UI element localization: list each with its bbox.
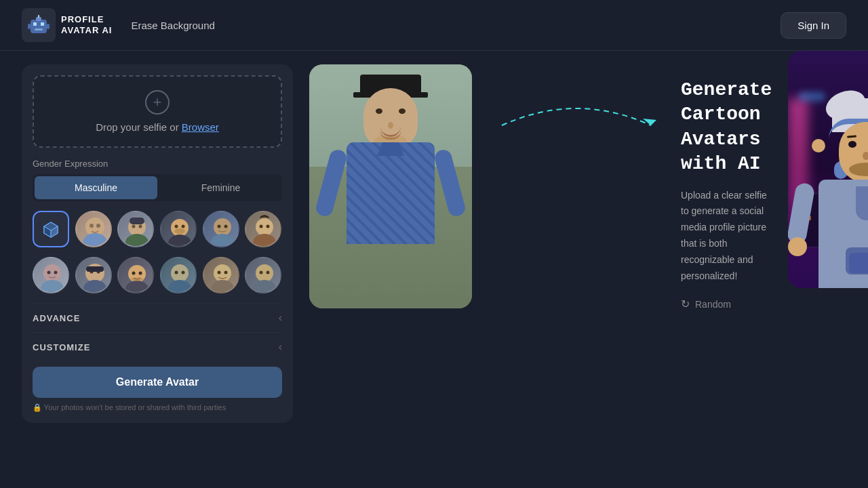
gender-label: Gender Expression (33, 159, 282, 169)
avatar-face-3[interactable] (160, 211, 197, 247)
gender-toggle: Masculine Feminine (33, 174, 282, 201)
customize-label: CUSTOMIZE (33, 342, 90, 352)
svg-point-52 (214, 264, 231, 282)
avatar-face-11[interactable] (245, 257, 281, 293)
hero-title: Generate Cartoon Avatars with AI (681, 78, 772, 177)
arrow-svg (488, 85, 665, 139)
avatar-face-7[interactable] (75, 257, 112, 293)
upload-box[interactable]: + Drop your selfie or Browser (33, 75, 282, 148)
svg-point-58 (260, 271, 263, 274)
result-image (788, 51, 868, 288)
random-button[interactable]: ↻ Random (681, 298, 731, 310)
svg-point-28 (217, 225, 220, 228)
svg-rect-5 (38, 15, 39, 18)
person-head (363, 88, 418, 149)
svg-point-51 (182, 271, 185, 274)
svg-point-18 (125, 234, 149, 247)
svg-point-55 (224, 271, 227, 274)
person-body (347, 142, 435, 244)
svg-point-32 (260, 225, 263, 228)
generate-avatar-button[interactable]: Generate Avatar (33, 367, 282, 398)
svg-point-46 (139, 272, 142, 275)
sign-in-button[interactable]: Sign In (781, 12, 846, 39)
avatar-face-9[interactable] (160, 257, 197, 293)
svg-point-22 (168, 235, 191, 247)
avatar-face-8[interactable] (117, 257, 154, 293)
svg-point-31 (253, 234, 276, 247)
svg-rect-1 (33, 22, 37, 26)
hero-description: Upload a clear selfie to generate a soci… (681, 188, 772, 285)
svg-point-29 (224, 225, 227, 228)
upload-text: Drop your selfie or Browser (47, 121, 267, 133)
gender-feminine-btn[interactable]: Feminine (159, 174, 282, 201)
selfie-image (309, 64, 472, 308)
logo-icon (22, 8, 56, 42)
svg-rect-3 (35, 28, 43, 30)
svg-rect-0 (31, 20, 47, 33)
svg-point-50 (175, 271, 178, 274)
svg-point-57 (253, 280, 276, 293)
advance-accordion: ADVANCE ‹ (33, 303, 282, 332)
avatar-face-2[interactable] (117, 211, 154, 247)
svg-point-21 (171, 219, 189, 237)
logo-svg (25, 12, 52, 39)
advance-label: ADVANCE (33, 313, 80, 323)
center-panel (309, 64, 472, 308)
svg-point-48 (171, 264, 189, 282)
svg-point-39 (83, 280, 106, 293)
avatar-face-1[interactable] (75, 211, 112, 247)
svg-point-23 (175, 225, 178, 228)
svg-rect-6 (28, 24, 31, 29)
header-left: PROFILE AVATAR AI Erase Background (22, 8, 215, 42)
advance-accordion-header[interactable]: ADVANCE ‹ (33, 312, 282, 324)
avatar-icon-item[interactable] (33, 211, 69, 247)
upload-plus-icon: + (145, 90, 170, 115)
customize-chevron-icon: ‹ (279, 341, 282, 353)
logo: PROFILE AVATAR AI (22, 8, 112, 42)
svg-point-13 (83, 233, 107, 247)
cube-icon (41, 220, 60, 239)
cartoon-avatar-person (805, 98, 868, 288)
svg-point-33 (267, 225, 270, 228)
svg-point-45 (132, 272, 136, 275)
description-panel: Generate Cartoon Avatars with AI Upload … (681, 64, 772, 310)
svg-point-15 (96, 224, 100, 228)
customize-accordion: CUSTOMIZE ‹ (33, 332, 282, 361)
avatar-face-5[interactable] (245, 211, 281, 247)
svg-rect-7 (47, 24, 50, 29)
svg-point-26 (214, 218, 231, 236)
header: PROFILE AVATAR AI Erase Background Sign … (0, 0, 868, 51)
svg-point-37 (54, 271, 58, 274)
logo-text: PROFILE AVATAR AI (61, 14, 112, 35)
svg-point-14 (90, 224, 94, 228)
privacy-note: Your photos won't be stored or shared wi… (33, 403, 282, 412)
svg-point-25 (174, 228, 185, 234)
avatar-face-6[interactable] (33, 257, 69, 293)
browse-link[interactable]: Browser (182, 121, 219, 133)
svg-point-35 (41, 280, 64, 293)
svg-point-30 (256, 218, 273, 236)
left-panel: + Drop your selfie or Browser Gender Exp… (22, 64, 293, 423)
customize-accordion-header[interactable]: CUSTOMIZE ‹ (33, 341, 282, 353)
svg-point-19 (132, 225, 136, 228)
svg-point-53 (211, 280, 234, 293)
gender-masculine-btn[interactable]: Masculine (35, 176, 157, 199)
svg-rect-17 (130, 218, 144, 224)
svg-point-49 (168, 280, 191, 293)
svg-point-59 (267, 271, 270, 274)
svg-point-36 (47, 271, 51, 274)
avatar-face-4[interactable] (203, 211, 239, 247)
svg-point-56 (256, 264, 273, 282)
result-panel (788, 51, 868, 288)
nav-erase-background[interactable]: Erase Background (131, 20, 214, 31)
svg-point-27 (211, 234, 234, 247)
svg-point-20 (139, 225, 142, 228)
avatar-grid-row2 (33, 257, 282, 293)
avatar-face-10[interactable] (203, 257, 239, 293)
svg-point-44 (125, 281, 149, 293)
svg-point-54 (217, 271, 220, 274)
arrow-area (488, 85, 665, 142)
svg-point-24 (182, 225, 185, 228)
advance-chevron-icon: ‹ (279, 312, 282, 324)
random-icon: ↻ (681, 298, 690, 310)
